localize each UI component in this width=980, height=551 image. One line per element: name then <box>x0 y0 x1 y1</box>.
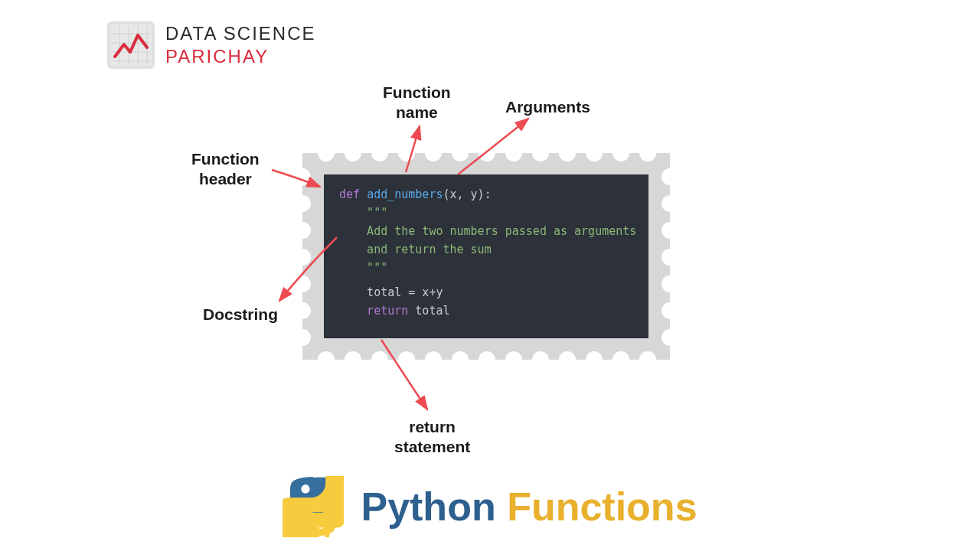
code-line-3: Add the two numbers passed as arguments <box>339 222 633 240</box>
token-return: return <box>339 304 415 318</box>
token-total: total <box>415 304 449 318</box>
label-docstring: Docstring <box>203 305 278 324</box>
label-arguments: Arguments <box>505 97 590 117</box>
label-function-header: Functionheader <box>191 149 260 190</box>
title-word-2: Functions <box>507 484 697 529</box>
logo-line1: DATA SCIENCE <box>165 22 315 45</box>
code-line-7: return total <box>339 302 633 320</box>
code-line-5: """ <box>339 259 633 277</box>
title-text: Python Functions <box>361 484 697 530</box>
code-line-6: total = x+y <box>339 283 633 302</box>
token-def: def <box>339 187 367 201</box>
code-line-2: """ <box>339 204 633 222</box>
logo-icon <box>107 21 155 69</box>
code-block: def add_numbers(x, y): """ Add the two n… <box>324 174 648 338</box>
page-title: Python Functions <box>0 476 980 537</box>
title-word-1: Python <box>361 484 507 529</box>
token-params: (x, y): <box>443 187 491 201</box>
token-function-name: add_numbers <box>367 187 443 201</box>
logo-line2: PARICHAY <box>165 45 315 68</box>
code-line-4: and return the sum <box>339 240 633 259</box>
label-function-name: Functionname <box>383 83 451 123</box>
label-return-statement: returnstatement <box>394 417 470 458</box>
code-stamp: def add_numbers(x, y): """ Add the two n… <box>302 153 670 360</box>
site-logo: DATA SCIENCE PARICHAY <box>107 21 315 69</box>
code-line-1: def add_numbers(x, y): <box>339 185 633 204</box>
logo-text: DATA SCIENCE PARICHAY <box>165 22 315 68</box>
python-icon <box>283 476 344 537</box>
